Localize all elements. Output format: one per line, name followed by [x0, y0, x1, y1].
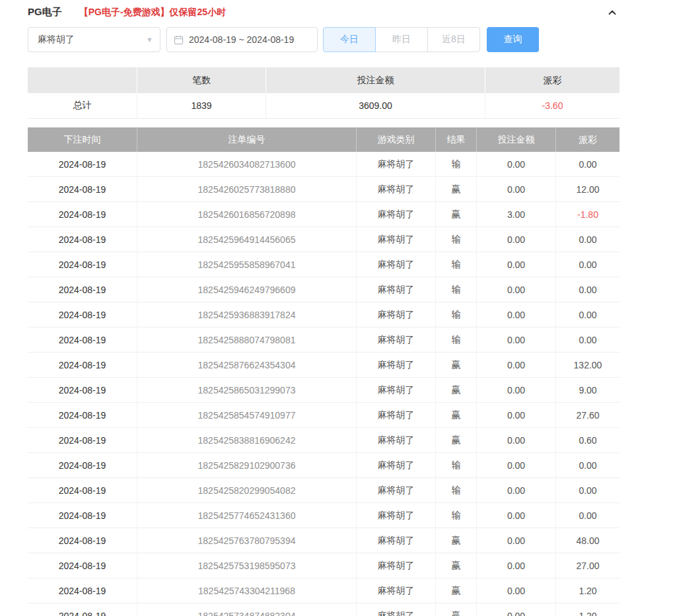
table-cell: 麻将胡了 — [357, 378, 436, 402]
table-cell: 1825426025773818880 — [137, 177, 357, 201]
summary-total-count: 1839 — [137, 93, 266, 118]
table-cell: 0.00 — [477, 428, 556, 452]
table-cell: 1825425955858967041 — [137, 252, 357, 277]
table-cell: 麻将胡了 — [357, 252, 436, 277]
table-cell: 赢 — [436, 553, 477, 578]
table-cell: 1825425753198595073 — [137, 553, 357, 578]
table-row: 2024-08-191825425955858967041麻将胡了输0.000.… — [28, 252, 620, 277]
table-cell: 麻将胡了 — [357, 202, 436, 226]
table-cell: -1.80 — [556, 202, 620, 226]
table-cell: 麻将胡了 — [357, 403, 436, 427]
today-button[interactable]: 今日 — [323, 27, 376, 52]
table-cell: 0.00 — [556, 478, 620, 502]
table-cell: 0.00 — [477, 603, 556, 616]
date-range-input[interactable]: 2024-08-19 ~ 2024-08-19 — [166, 27, 318, 52]
table-row: 2024-08-191825426025773818880麻将胡了赢0.0012… — [28, 177, 620, 202]
table-cell: 0.00 — [477, 453, 556, 477]
table-cell: 1825425829102900736 — [137, 453, 357, 477]
table-cell: 1825425936883917824 — [137, 302, 357, 327]
game-select[interactable]: 麻将胡了 ▼ — [28, 27, 160, 52]
table-row: 2024-08-191825425888074798081麻将胡了输0.000.… — [28, 327, 620, 353]
table-cell: 9.00 — [556, 378, 620, 402]
table-cell: 2024-08-19 — [28, 227, 137, 252]
column-header: 投注金额 — [477, 127, 556, 152]
table-cell: 2024-08-19 — [28, 302, 137, 327]
table-cell: 1825425820299054082 — [137, 478, 357, 502]
table-cell: 赢 — [436, 403, 477, 427]
summary-total-bet-amount: 3609.00 — [266, 93, 485, 118]
table-cell: 2024-08-19 — [28, 152, 137, 176]
table-cell: 输 — [436, 302, 477, 327]
panel-header: PG电子 【PG电子-免费游戏】仅保留25小时 — [28, 0, 620, 21]
table-cell: 0.00 — [477, 177, 556, 201]
bet-table-body: 2024-08-191825426034082713600麻将胡了输0.000.… — [28, 152, 620, 616]
summary-header-blank — [28, 67, 137, 93]
table-row: 2024-08-191825425820299054082麻将胡了输0.000.… — [28, 478, 620, 503]
quick-range-group: 今日 昨日 近8日 — [323, 27, 480, 52]
table-cell: 1825425964914456065 — [137, 227, 357, 252]
table-row: 2024-08-191825425743304211968麻将胡了赢0.001.… — [28, 578, 620, 603]
table-cell: 2024-08-19 — [28, 478, 137, 502]
table-cell: 3.00 — [477, 202, 556, 226]
table-cell: 输 — [436, 503, 477, 528]
table-row: 2024-08-191825425854574910977麻将胡了赢0.0027… — [28, 403, 620, 428]
table-cell: 0.00 — [477, 302, 556, 327]
table-cell: 麻将胡了 — [357, 478, 436, 502]
table-cell: 赢 — [436, 603, 477, 616]
table-cell: 0.00 — [477, 378, 556, 402]
table-cell: 麻将胡了 — [357, 277, 436, 302]
table-cell: 2024-08-19 — [28, 403, 137, 427]
table-cell: 1825425838816906242 — [137, 428, 357, 452]
table-cell: 27.00 — [556, 553, 620, 578]
table-cell: 0.00 — [556, 503, 620, 528]
chevron-down-icon: ▼ — [146, 36, 153, 44]
table-cell: 0.60 — [556, 428, 620, 452]
last-8-days-button[interactable]: 近8日 — [427, 27, 480, 52]
column-header: 注单编号 — [137, 127, 357, 152]
table-row: 2024-08-191825426034082713600麻将胡了输0.000.… — [28, 152, 620, 177]
table-cell: 2024-08-19 — [28, 177, 137, 201]
table-cell: 赢 — [436, 378, 477, 402]
date-range-value: 2024-08-19 ~ 2024-08-19 — [189, 34, 294, 45]
page-title: PG电子 — [28, 6, 62, 18]
table-cell: 输 — [436, 252, 477, 277]
table-cell: 0.00 — [477, 553, 556, 578]
bet-table-header: 下注时间注单编号游戏类别结果投注金额派彩 — [28, 127, 620, 152]
table-cell: 麻将胡了 — [357, 327, 436, 352]
table-cell: 1825425734874882304 — [137, 603, 357, 616]
summary-header-count: 笔数 — [137, 67, 266, 93]
filter-bar: 麻将胡了 ▼ 2024-08-19 ~ 2024-08-19 今日 昨日 近8日… — [28, 27, 620, 52]
table-cell: 0.00 — [477, 403, 556, 427]
collapse-button[interactable] — [606, 7, 618, 18]
table-cell: 2024-08-19 — [28, 277, 137, 302]
table-row: 2024-08-191825425734874882304麻将胡了赢0.001.… — [28, 603, 620, 616]
column-header: 游戏类别 — [357, 127, 436, 152]
table-cell: 12.00 — [556, 177, 620, 201]
table-cell: 0.00 — [556, 227, 620, 252]
table-cell: 麻将胡了 — [357, 227, 436, 252]
table-cell: 1825425888074798081 — [137, 327, 357, 352]
table-cell: 132.00 — [556, 353, 620, 377]
summary-table: 笔数 投注金额 派彩 总计 1839 3609.00 -3.60 — [28, 67, 620, 119]
table-cell: 麻将胡了 — [357, 353, 436, 377]
table-cell: 0.00 — [477, 353, 556, 377]
table-cell: 麻将胡了 — [357, 503, 436, 528]
table-cell: 输 — [436, 152, 477, 176]
table-cell: 0.00 — [477, 227, 556, 252]
table-cell: 0.00 — [477, 478, 556, 502]
table-cell: 0.00 — [477, 252, 556, 277]
column-header: 结果 — [436, 127, 477, 152]
yesterday-button[interactable]: 昨日 — [375, 27, 428, 52]
search-button[interactable]: 查询 — [487, 27, 539, 52]
table-cell: 2024-08-19 — [28, 353, 137, 377]
table-cell: 1825425854574910977 — [137, 403, 357, 427]
table-cell: 赢 — [436, 353, 477, 377]
table-cell: 麻将胡了 — [357, 177, 436, 201]
table-cell: 1825425865031299073 — [137, 378, 357, 402]
table-cell: 麻将胡了 — [357, 302, 436, 327]
table-cell: 0.00 — [556, 152, 620, 176]
table-row: 2024-08-191825425753198595073麻将胡了赢0.0027… — [28, 553, 620, 578]
summary-total-payout: -3.60 — [485, 93, 620, 118]
table-cell: 赢 — [436, 177, 477, 201]
table-cell: 0.00 — [556, 453, 620, 477]
